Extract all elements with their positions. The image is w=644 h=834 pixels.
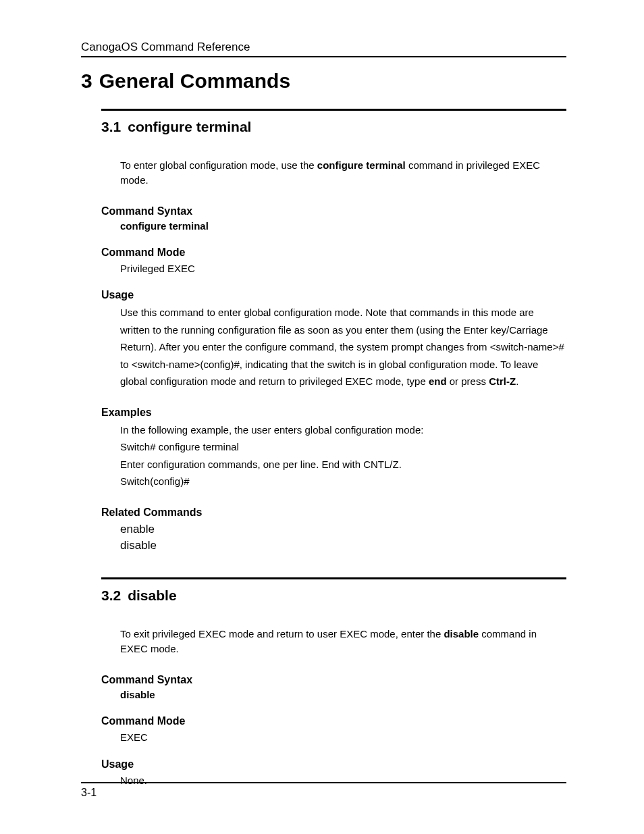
usage-heading: Usage: [101, 289, 566, 301]
example-line: Switch(config)#: [120, 473, 566, 490]
section-3-1: 3.1configure terminal To enter global co…: [101, 109, 566, 787]
command-syntax-heading: Command Syntax: [101, 674, 566, 686]
chapter-name: General Commands: [99, 70, 290, 92]
command-name: configure terminal: [317, 159, 406, 171]
typed-command: configure terminal: [159, 441, 239, 452]
section-heading: 3.1configure terminal: [101, 119, 566, 135]
command-syntax-heading: Command Syntax: [101, 205, 566, 217]
related-commands-list: enable disable: [120, 521, 566, 554]
text: To enter global configuration mode, use …: [120, 159, 317, 171]
command-mode-value: EXEC: [120, 730, 566, 745]
related-commands-heading: Related Commands: [101, 506, 566, 519]
page-footer: 3-1: [81, 782, 566, 799]
text: To exit privileged EXEC mode and return …: [120, 628, 444, 640]
section-rule: [101, 109, 566, 111]
section-intro: To exit privileged EXEC mode and return …: [120, 627, 566, 656]
usage-heading: Usage: [101, 758, 566, 771]
example-line: In the following example, the user enter…: [120, 421, 566, 439]
command-syntax-value: disable: [120, 689, 566, 700]
command-mode-value: Privileged EXEC: [120, 261, 566, 276]
related-command: enable: [120, 521, 566, 538]
command-syntax-value: configure terminal: [120, 220, 566, 232]
page-number: 3-1: [81, 787, 566, 799]
command-mode-heading: Command Mode: [101, 246, 566, 259]
section-heading: 3.2disable: [101, 588, 566, 604]
chapter-title: 3General Commands: [81, 70, 566, 93]
related-command: disable: [120, 538, 566, 554]
text: or press: [447, 375, 489, 387]
command-name: disable: [444, 628, 479, 640]
examples-body: In the following example, the user enter…: [120, 421, 566, 490]
example-line: Enter configuration commands, one per li…: [120, 456, 566, 473]
section-title: disable: [128, 588, 176, 603]
text: .: [516, 375, 518, 387]
prompt: Switch#: [120, 441, 159, 452]
examples-heading: Examples: [101, 407, 566, 419]
chapter-number: 3: [81, 70, 92, 92]
section-intro: To enter global configuration mode, use …: [120, 158, 566, 188]
section-title: configure terminal: [128, 119, 251, 134]
example-line: Switch# configure terminal: [120, 438, 566, 456]
page: CanogaOS Command Reference 3General Comm…: [0, 0, 644, 834]
section-number: 3.2: [101, 588, 121, 603]
usage-body: Use this command to enter global configu…: [120, 304, 566, 390]
section-rule: [101, 577, 566, 579]
command-mode-heading: Command Mode: [101, 715, 566, 727]
footer-rule: [81, 782, 566, 783]
running-header: CanogaOS Command Reference: [81, 41, 566, 57]
section-number: 3.1: [101, 119, 121, 134]
keyword-ctrl-z: Ctrl-Z: [489, 375, 516, 387]
keyword-end: end: [429, 375, 447, 387]
